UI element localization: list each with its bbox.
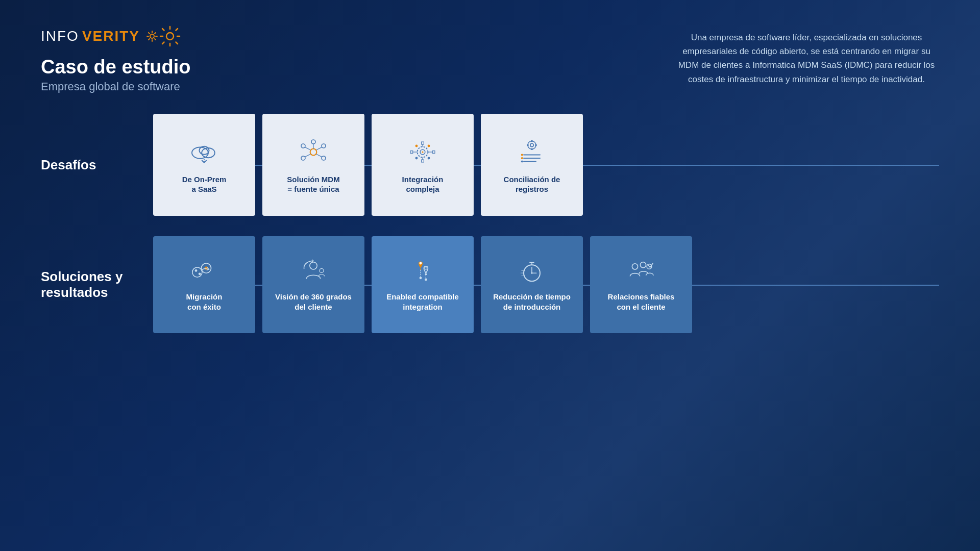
solutions-label: Soluciones y resultados bbox=[41, 269, 153, 300]
location-pins-icon bbox=[408, 257, 437, 286]
svg-point-44 bbox=[425, 267, 427, 269]
svg-point-42 bbox=[320, 268, 324, 272]
svg-point-25 bbox=[428, 144, 430, 147]
title-section: Caso de estudio Empresa global de softwa… bbox=[41, 56, 191, 93]
svg-point-35 bbox=[521, 160, 523, 162]
svg-point-40 bbox=[199, 272, 201, 275]
svg-point-46 bbox=[425, 278, 427, 281]
main-content: Desafíos De On-Prema SaaS bbox=[0, 104, 980, 364]
svg-point-39 bbox=[195, 269, 198, 272]
logo-info: INFO bbox=[41, 28, 79, 44]
solution-card-4: Reducción de tiempode introducción bbox=[481, 236, 583, 333]
svg-point-41 bbox=[310, 262, 317, 269]
solution-label-3: Enabled compatibleintegration bbox=[386, 292, 459, 313]
logo-gears bbox=[145, 26, 181, 47]
svg-point-36 bbox=[192, 267, 202, 277]
svg-point-33 bbox=[521, 154, 523, 156]
svg-point-1 bbox=[166, 33, 174, 40]
svg-point-27 bbox=[415, 157, 418, 159]
cloud-icon bbox=[188, 136, 220, 168]
svg-point-19 bbox=[422, 151, 423, 153]
logo: INFOVERITY bbox=[41, 26, 191, 47]
solution-card-3: Enabled compatibleintegration bbox=[372, 236, 474, 333]
stopwatch-icon bbox=[518, 257, 546, 286]
challenge-label-2: Solución MDM= fuente única bbox=[287, 174, 339, 194]
challenges-label: Desafíos bbox=[41, 157, 153, 173]
challenge-card-1: De On-Prema SaaS bbox=[153, 114, 255, 216]
page-subtitle: Empresa global de software bbox=[41, 80, 191, 93]
challenge-label-4: Conciliación deregistros bbox=[504, 174, 560, 194]
solution-card-5: Relaciones fiablescon el cliente bbox=[590, 236, 692, 333]
logo-area: INFOVERITY Caso de estudio Empre bbox=[41, 26, 191, 93]
svg-point-10 bbox=[301, 144, 305, 148]
solutions-section: Soluciones y resultados Migraci bbox=[41, 236, 939, 333]
svg-point-7 bbox=[311, 140, 315, 144]
challenge-label-1: De On-Prema SaaS bbox=[182, 174, 227, 194]
challenges-cards-container: De On-Prema SaaS Soluci bbox=[153, 114, 939, 216]
svg-line-15 bbox=[305, 147, 310, 150]
solution-label-5: Relaciones fiablescon el cliente bbox=[608, 292, 675, 313]
migration-icon bbox=[190, 257, 218, 286]
solution-label-2: Visión de 360 gradosdel cliente bbox=[275, 292, 352, 313]
challenge-card-3: Integracióncompleja bbox=[372, 114, 474, 216]
challenge-label-3: Integracióncompleja bbox=[402, 174, 444, 194]
svg-point-0 bbox=[150, 34, 154, 38]
challenges-section: Desafíos De On-Prema SaaS bbox=[41, 114, 939, 216]
solution-card-2: Visión de 360 gradosdel cliente bbox=[262, 236, 364, 333]
gear-large-icon bbox=[159, 26, 181, 47]
svg-point-11 bbox=[322, 144, 326, 148]
description-box: Una empresa de software líder, especiali… bbox=[674, 31, 939, 86]
svg-line-16 bbox=[316, 147, 322, 150]
list-gear-icon bbox=[516, 136, 548, 168]
svg-point-43 bbox=[420, 262, 422, 264]
page-title: Caso de estudio bbox=[41, 56, 191, 78]
people-check-icon bbox=[627, 257, 655, 286]
solution-label-4: Reducción de tiempode introducción bbox=[493, 292, 571, 313]
svg-point-54 bbox=[531, 272, 532, 273]
svg-point-59 bbox=[640, 262, 646, 267]
svg-line-14 bbox=[316, 154, 322, 157]
solutions-cards-container: Migracióncon éxito Visión de 360 gradosd… bbox=[153, 236, 939, 333]
solution-label-1: Migracióncon éxito bbox=[186, 292, 223, 313]
logo-verity: VERITY bbox=[82, 28, 140, 44]
svg-point-45 bbox=[420, 277, 422, 279]
svg-point-29 bbox=[530, 143, 533, 146]
solution-card-1: Migracióncon éxito bbox=[153, 236, 255, 333]
svg-point-6 bbox=[310, 148, 317, 155]
challenge-card-4: Conciliación deregistros bbox=[481, 114, 583, 216]
person-360-icon bbox=[299, 257, 328, 286]
page-header: INFOVERITY Caso de estudio Empre bbox=[0, 0, 980, 104]
challenge-card-2: Solución MDM= fuente única bbox=[262, 114, 364, 216]
svg-point-58 bbox=[632, 264, 638, 269]
svg-point-8 bbox=[301, 156, 305, 160]
svg-line-13 bbox=[305, 154, 310, 157]
network-icon bbox=[297, 136, 330, 168]
gear-cog-icon bbox=[406, 136, 439, 168]
svg-point-26 bbox=[428, 157, 430, 159]
svg-point-28 bbox=[528, 141, 536, 149]
svg-point-34 bbox=[521, 157, 523, 159]
svg-point-24 bbox=[415, 144, 418, 147]
svg-point-9 bbox=[322, 156, 326, 160]
